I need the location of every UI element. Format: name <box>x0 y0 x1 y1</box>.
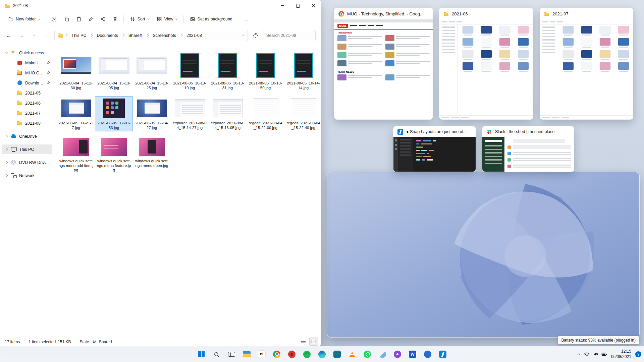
taskbar-file-explorer-button[interactable] <box>240 347 253 361</box>
snap-card-chrome[interactable]: MUO - Technology, Simplified. - Goog... … <box>334 8 433 119</box>
sidebar-item-downloads[interactable]: Downloads <box>2 78 52 88</box>
sidebar-item-2021-06[interactable]: 2021-06 <box>2 98 52 108</box>
maximize-button[interactable] <box>290 0 306 11</box>
taskbar-chrome-button[interactable] <box>270 347 283 361</box>
taskbar-vlc-button[interactable] <box>345 347 359 361</box>
file-item[interactable]: explorer_2021-08-04_15-14-27.jpg <box>171 96 209 131</box>
sidebar-item-network[interactable]: Network <box>2 171 52 180</box>
wifi-icon <box>584 351 590 357</box>
set-as-background-button[interactable]: Set as background <box>186 14 236 24</box>
file-item[interactable]: 2021-08-04_15-13-25.jpg <box>133 50 171 92</box>
address-bar[interactable]: This PCDocumentsShareXScreenshots2021-08 <box>54 30 248 41</box>
chevron-right-icon[interactable] <box>5 175 8 176</box>
thumbnail-view-button[interactable] <box>309 338 318 346</box>
taskbar-podcasts-button[interactable] <box>391 347 404 361</box>
file-item[interactable]: 2021-08-05_10-13-31.jpg <box>209 50 247 92</box>
taskbar-word-button[interactable]: W <box>406 347 419 361</box>
file-item[interactable]: windows quick settings menu feature.jpg <box>95 136 133 174</box>
snap-card-vscode[interactable]: ● Snap Layouts are just one of... <box>393 126 476 172</box>
chevron-right-icon[interactable] <box>5 135 8 137</box>
view-button[interactable]: View <box>153 14 181 24</box>
sidebar-item-muo-gd-screen[interactable]: MUO GD Screen <box>2 68 52 78</box>
taskbar-search-button[interactable] <box>210 347 223 361</box>
search-input[interactable] <box>263 30 316 41</box>
share-button[interactable] <box>97 14 109 24</box>
file-item[interactable]: explorer_2021-08-04_15-16-05.jpg <box>209 96 247 131</box>
taskbar-app-blue-button[interactable] <box>421 347 434 361</box>
file-item[interactable]: 2021-08-04_15-13-05.jpg <box>95 50 133 92</box>
file-item[interactable]: 2021-08-05_12-14-27.jpg <box>133 96 171 131</box>
taskbar-app-di-button[interactable]: DI <box>255 347 268 361</box>
taskbar-task-view-button[interactable] <box>225 347 238 361</box>
taskbar-clock[interactable]: 12:15 05/08/2021 <box>611 349 631 359</box>
taskbar-edge-button[interactable] <box>315 347 329 361</box>
paste-button[interactable] <box>73 14 85 24</box>
address-dropdown-icon[interactable] <box>242 34 245 36</box>
chevron-right-icon[interactable] <box>5 148 8 150</box>
file-thumbnail <box>253 99 278 118</box>
file-item[interactable]: regedit_2021-08-04_15-22-40.jpg <box>284 96 321 131</box>
snap-card-slack[interactable]: Slack | the-shed | theshed.place <box>482 126 574 172</box>
breadcrumb-item[interactable]: 2021-08 <box>184 32 204 39</box>
sidebar-item-2021-07[interactable]: 2021-07 <box>2 108 52 118</box>
close-button[interactable] <box>306 0 321 11</box>
taskbar-app-teal-button[interactable] <box>330 347 344 361</box>
file-item[interactable]: 2021-08-05_10-14-14.jpg <box>284 50 321 92</box>
taskbar-spotify-button[interactable] <box>300 347 314 361</box>
tray-status-icons[interactable] <box>584 351 607 357</box>
chevron-down-icon <box>147 17 150 20</box>
sidebar-item-this-pc[interactable]: This PC <box>2 144 52 154</box>
up-button[interactable]: ↑ <box>42 30 52 41</box>
file-thumbnail <box>291 99 316 118</box>
snap-card-explorer-2021-07[interactable]: 2021-07 <box>540 8 633 119</box>
chevron-down-icon[interactable] <box>5 52 8 54</box>
file-item[interactable]: windows quick settings menu add item.jpg <box>57 136 95 174</box>
breadcrumb-item[interactable]: Screenshots <box>150 32 178 39</box>
refresh-button[interactable] <box>250 30 261 41</box>
sidebar-item-makeuseof[interactable]: MakeUseOf <box>2 58 52 68</box>
sidebar-item-onedrive[interactable]: OneDrive <box>2 131 52 141</box>
chevron-right-icon[interactable] <box>5 162 8 163</box>
notification-badge[interactable]: 9 <box>635 351 641 357</box>
taskbar-apps: DIW <box>195 347 449 361</box>
file-item[interactable]: 2021-08-05_12-01-53.jpg <box>95 96 133 131</box>
show-hidden-icons-button[interactable] <box>577 353 580 357</box>
breadcrumb-item[interactable]: This PC <box>69 32 89 39</box>
file-item[interactable]: 2021-08-05_10-13-10.jpg <box>171 50 209 92</box>
file-item[interactable]: windows quick settings menu open.jpg <box>133 136 171 174</box>
file-item[interactable]: 2021-08-04_15-12-30.jpg <box>57 50 95 92</box>
recent-locations-button[interactable] <box>29 30 40 41</box>
sort-button[interactable]: Sort <box>126 14 153 24</box>
task-view-icon <box>228 352 235 357</box>
teal-app-icon <box>333 351 341 358</box>
delete-button[interactable] <box>109 14 121 24</box>
new-folder-button[interactable]: New folder <box>5 14 43 24</box>
sidebar-item-2021-05[interactable]: 2021-05 <box>2 88 52 98</box>
breadcrumb-item[interactable]: ShareX <box>126 32 145 39</box>
taskbar-whatsapp-button[interactable] <box>361 347 374 361</box>
minimize-button[interactable] <box>275 0 290 11</box>
sidebar-item-2021-08[interactable]: 2021-08 <box>2 118 52 128</box>
file-name: windows quick settings menu open.jpg <box>135 159 169 168</box>
breadcrumb-item[interactable]: Documents <box>94 32 120 39</box>
sort-label: Sort <box>138 17 145 21</box>
sidebar-item-quick-access[interactable]: Quick access <box>2 48 52 58</box>
cut-button[interactable] <box>49 14 60 24</box>
title-bar[interactable]: 2021-08 <box>0 0 321 11</box>
sidebar-item-dvd-rw-drive-d-a[interactable]: DVD RW Drive (D:) A <box>2 158 52 167</box>
back-button[interactable]: ← <box>3 30 14 41</box>
details-view-button[interactable] <box>299 338 308 346</box>
taskbar-app-pink-button[interactable] <box>376 347 389 361</box>
file-item[interactable]: 2021-08-05_11-21-37.jpg <box>57 96 95 131</box>
file-item[interactable]: 2021-08-05_10-13-50.jpg <box>247 50 284 92</box>
taskbar-muo-button[interactable] <box>285 347 299 361</box>
rename-button[interactable] <box>85 14 97 24</box>
taskbar-start-button[interactable] <box>195 347 208 361</box>
taskbar-vscode-button[interactable] <box>436 347 449 361</box>
more-options-button[interactable]: … <box>240 15 252 23</box>
copy-button[interactable] <box>61 14 72 24</box>
snap-card-explorer-2021-06[interactable]: 2021-06 <box>439 8 533 119</box>
forward-button[interactable]: → <box>16 30 27 41</box>
file-item[interactable]: regedit_2021-08-04_15-22-00.jpg <box>247 96 284 131</box>
pc-icon <box>11 147 17 152</box>
